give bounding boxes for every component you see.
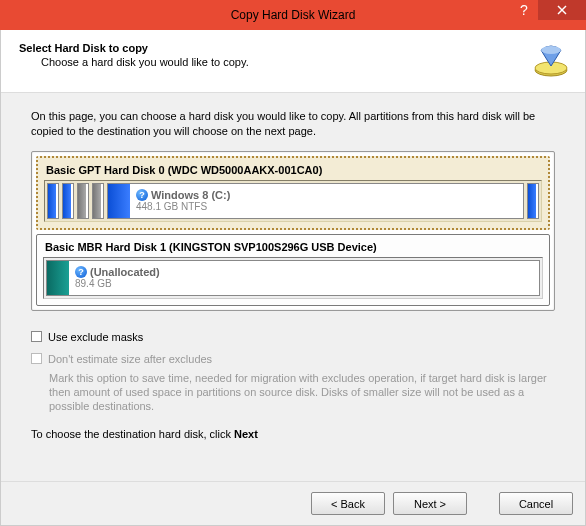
svg-point-4 <box>541 46 561 54</box>
partition-info: 448.1 GB NTFS <box>136 201 517 212</box>
header-panel: Select Hard Disk to copy Choose a hard d… <box>1 30 585 93</box>
back-button[interactable]: < Back <box>311 492 385 515</box>
help-button[interactable]: ? <box>510 0 538 20</box>
estimate-hint: Mark this option to save time, needed fo… <box>49 371 555 414</box>
window-title: Copy Hard Disk Wizard <box>231 8 356 22</box>
estimate-size-label: Don't estimate size after excludes <box>48 353 212 365</box>
footer-note: To choose the destination hard disk, cli… <box>31 428 555 440</box>
disk-item-1[interactable]: Basic MBR Hard Disk 1 (KINGSTON SVP100S2… <box>36 234 550 306</box>
partition-small-3[interactable] <box>77 183 89 219</box>
disk-title: Basic MBR Hard Disk 1 (KINGSTON SVP100S2… <box>43 241 543 253</box>
wizard-window: Copy Hard Disk Wizard ? Select Hard Disk… <box>0 0 586 526</box>
body-panel: On this page, you can choose a hard disk… <box>1 93 585 481</box>
description-text: On this page, you can choose a hard disk… <box>31 109 555 139</box>
wizard-icon <box>531 40 571 80</box>
partition-info: 89.4 GB <box>75 278 533 289</box>
cancel-button[interactable]: Cancel <box>499 492 573 515</box>
disk-title: Basic GPT Hard Disk 0 (WDC WD5000AAKX-00… <box>44 164 542 176</box>
partition-small-2[interactable] <box>62 183 74 219</box>
estimate-size-option: Don't estimate size after excludes <box>31 353 555 365</box>
partition-label: ? (Unallocated) <box>75 266 533 278</box>
disk-list: Basic GPT Hard Disk 0 (WDC WD5000AAKX-00… <box>31 151 555 311</box>
partition-row: ? (Unallocated) 89.4 GB <box>43 257 543 299</box>
close-icon <box>557 5 567 15</box>
partition-small-5[interactable] <box>527 183 539 219</box>
partition-label: ? Windows 8 (C:) <box>136 189 517 201</box>
page-title: Select Hard Disk to copy <box>19 42 567 54</box>
page-subtitle: Choose a hard disk you would like to cop… <box>41 56 567 68</box>
close-button[interactable] <box>538 0 586 20</box>
checkbox-icon <box>31 331 42 342</box>
exclude-masks-label: Use exclude masks <box>48 331 143 343</box>
button-row: < Back Next > Cancel <box>1 481 585 525</box>
exclude-masks-option[interactable]: Use exclude masks <box>31 331 555 343</box>
options: Use exclude masks Don't estimate size af… <box>31 331 555 414</box>
partition-small-1[interactable] <box>47 183 59 219</box>
content-area: Select Hard Disk to copy Choose a hard d… <box>0 30 586 526</box>
partition-main[interactable]: ? (Unallocated) 89.4 GB <box>46 260 540 296</box>
checkbox-icon <box>31 353 42 364</box>
partition-row: ? Windows 8 (C:) 448.1 GB NTFS <box>44 180 542 222</box>
titlebar: Copy Hard Disk Wizard ? <box>0 0 586 30</box>
disk-item-0[interactable]: Basic GPT Hard Disk 0 (WDC WD5000AAKX-00… <box>36 156 550 230</box>
info-icon: ? <box>136 189 148 201</box>
info-icon: ? <box>75 266 87 278</box>
titlebar-controls: ? <box>510 0 586 30</box>
partition-small-4[interactable] <box>92 183 104 219</box>
next-button[interactable]: Next > <box>393 492 467 515</box>
partition-main[interactable]: ? Windows 8 (C:) 448.1 GB NTFS <box>107 183 524 219</box>
